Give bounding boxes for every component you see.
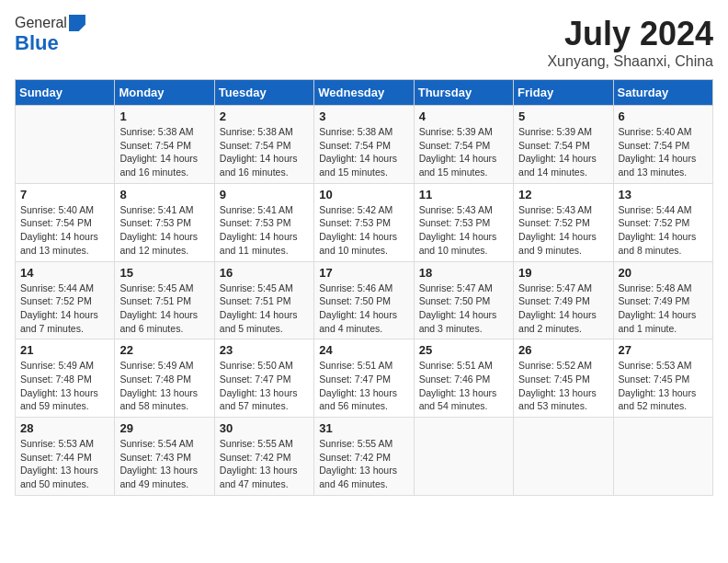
day-info: Sunrise: 5:49 AM Sunset: 7:48 PM Dayligh… (119, 359, 209, 413)
calendar-cell: 21Sunrise: 5:49 AM Sunset: 7:48 PM Dayli… (16, 339, 115, 418)
day-number: 15 (119, 266, 209, 280)
calendar-cell (414, 418, 513, 496)
calendar-cell: 28Sunrise: 5:53 AM Sunset: 7:44 PM Dayli… (16, 418, 115, 496)
calendar-cell: 11Sunrise: 5:43 AM Sunset: 7:53 PM Dayli… (414, 183, 513, 261)
day-number: 2 (220, 109, 309, 123)
day-number: 10 (319, 188, 408, 201)
logo-general-text: General (15, 15, 67, 31)
day-info: Sunrise: 5:47 AM Sunset: 7:49 PM Dayligh… (518, 282, 608, 336)
calendar-cell: 4Sunrise: 5:39 AM Sunset: 7:54 PM Daylig… (414, 106, 513, 184)
day-number: 14 (20, 266, 109, 280)
calendar-cell: 8Sunrise: 5:41 AM Sunset: 7:53 PM Daylig… (115, 183, 214, 261)
day-info: Sunrise: 5:53 AM Sunset: 7:45 PM Dayligh… (619, 359, 708, 413)
calendar-cell: 13Sunrise: 5:44 AM Sunset: 7:52 PM Dayli… (613, 183, 712, 261)
day-number: 26 (518, 343, 608, 357)
day-info: Sunrise: 5:42 AM Sunset: 7:53 PM Dayligh… (319, 203, 408, 258)
header-day-monday: Monday (115, 80, 214, 106)
day-number: 17 (319, 266, 408, 280)
day-info: Sunrise: 5:41 AM Sunset: 7:53 PM Dayligh… (119, 203, 209, 258)
calendar-cell: 29Sunrise: 5:54 AM Sunset: 7:43 PM Dayli… (115, 418, 214, 496)
day-info: Sunrise: 5:43 AM Sunset: 7:52 PM Dayligh… (518, 203, 608, 258)
week-row-1: 7Sunrise: 5:40 AM Sunset: 7:54 PM Daylig… (16, 183, 713, 261)
day-number: 30 (220, 421, 309, 435)
day-number: 27 (619, 343, 708, 357)
day-number: 21 (20, 343, 109, 357)
calendar-cell: 15Sunrise: 5:45 AM Sunset: 7:51 PM Dayli… (115, 261, 214, 339)
day-info: Sunrise: 5:51 AM Sunset: 7:46 PM Dayligh… (419, 359, 508, 413)
day-number: 11 (419, 188, 508, 201)
day-number: 13 (619, 188, 708, 201)
calendar-cell: 6Sunrise: 5:40 AM Sunset: 7:54 PM Daylig… (613, 106, 712, 184)
calendar-table: SundayMondayTuesdayWednesdayThursdayFrid… (15, 79, 713, 496)
calendar-cell: 1Sunrise: 5:38 AM Sunset: 7:54 PM Daylig… (115, 106, 214, 184)
day-number: 1 (119, 109, 209, 123)
day-info: Sunrise: 5:38 AM Sunset: 7:54 PM Dayligh… (119, 125, 209, 179)
header: General Blue July 2024 Xunyang, Shaanxi,… (15, 15, 713, 70)
day-number: 3 (319, 109, 408, 123)
calendar-cell: 19Sunrise: 5:47 AM Sunset: 7:49 PM Dayli… (514, 261, 613, 339)
day-info: Sunrise: 5:40 AM Sunset: 7:54 PM Dayligh… (20, 203, 109, 258)
day-number: 25 (419, 343, 508, 357)
day-info: Sunrise: 5:47 AM Sunset: 7:50 PM Dayligh… (419, 282, 508, 336)
day-info: Sunrise: 5:51 AM Sunset: 7:47 PM Dayligh… (319, 359, 408, 413)
calendar-cell (16, 106, 115, 184)
calendar-cell: 5Sunrise: 5:39 AM Sunset: 7:54 PM Daylig… (514, 106, 613, 184)
day-info: Sunrise: 5:48 AM Sunset: 7:49 PM Dayligh… (619, 282, 708, 336)
day-number: 19 (518, 266, 608, 280)
calendar-cell: 9Sunrise: 5:41 AM Sunset: 7:53 PM Daylig… (214, 183, 313, 261)
calendar-cell: 14Sunrise: 5:44 AM Sunset: 7:52 PM Dayli… (16, 261, 115, 339)
calendar-cell (514, 418, 613, 496)
header-day-wednesday: Wednesday (314, 80, 414, 106)
logo-icon (69, 15, 85, 31)
day-number: 7 (20, 188, 109, 201)
day-number: 23 (220, 343, 309, 357)
calendar-cell: 23Sunrise: 5:50 AM Sunset: 7:47 PM Dayli… (214, 339, 313, 418)
title-area: July 2024 Xunyang, Shaanxi, China (547, 15, 713, 70)
day-info: Sunrise: 5:39 AM Sunset: 7:54 PM Dayligh… (419, 125, 508, 179)
day-info: Sunrise: 5:45 AM Sunset: 7:51 PM Dayligh… (119, 282, 209, 336)
day-number: 4 (419, 109, 508, 123)
day-info: Sunrise: 5:55 AM Sunset: 7:42 PM Dayligh… (319, 437, 408, 491)
calendar-cell: 10Sunrise: 5:42 AM Sunset: 7:53 PM Dayli… (314, 183, 414, 261)
day-info: Sunrise: 5:40 AM Sunset: 7:54 PM Dayligh… (619, 125, 708, 179)
week-row-2: 14Sunrise: 5:44 AM Sunset: 7:52 PM Dayli… (16, 261, 713, 339)
day-number: 29 (119, 421, 209, 435)
day-info: Sunrise: 5:44 AM Sunset: 7:52 PM Dayligh… (619, 203, 708, 258)
logo: General Blue (15, 15, 85, 55)
week-row-4: 28Sunrise: 5:53 AM Sunset: 7:44 PM Dayli… (16, 418, 713, 496)
calendar-body: 1Sunrise: 5:38 AM Sunset: 7:54 PM Daylig… (16, 106, 713, 496)
week-row-3: 21Sunrise: 5:49 AM Sunset: 7:48 PM Dayli… (16, 339, 713, 418)
calendar-cell: 17Sunrise: 5:46 AM Sunset: 7:50 PM Dayli… (314, 261, 414, 339)
day-info: Sunrise: 5:45 AM Sunset: 7:51 PM Dayligh… (220, 282, 309, 336)
day-info: Sunrise: 5:53 AM Sunset: 7:44 PM Dayligh… (20, 437, 109, 491)
day-number: 22 (119, 343, 209, 357)
calendar-cell: 18Sunrise: 5:47 AM Sunset: 7:50 PM Dayli… (414, 261, 513, 339)
day-number: 9 (220, 188, 309, 201)
day-info: Sunrise: 5:44 AM Sunset: 7:52 PM Dayligh… (20, 282, 109, 336)
day-number: 5 (518, 109, 608, 123)
day-number: 16 (220, 266, 309, 280)
day-number: 20 (619, 266, 708, 280)
day-number: 31 (319, 421, 408, 435)
calendar-cell: 22Sunrise: 5:49 AM Sunset: 7:48 PM Dayli… (115, 339, 214, 418)
header-day-saturday: Saturday (613, 80, 712, 106)
header-row: SundayMondayTuesdayWednesdayThursdayFrid… (16, 80, 713, 106)
day-number: 6 (619, 109, 708, 123)
calendar-cell (613, 418, 712, 496)
week-row-0: 1Sunrise: 5:38 AM Sunset: 7:54 PM Daylig… (16, 106, 713, 184)
calendar-cell: 12Sunrise: 5:43 AM Sunset: 7:52 PM Dayli… (514, 183, 613, 261)
calendar-cell: 26Sunrise: 5:52 AM Sunset: 7:45 PM Dayli… (514, 339, 613, 418)
calendar-cell: 3Sunrise: 5:38 AM Sunset: 7:54 PM Daylig… (314, 106, 414, 184)
day-info: Sunrise: 5:43 AM Sunset: 7:53 PM Dayligh… (419, 203, 508, 258)
header-day-tuesday: Tuesday (214, 80, 313, 106)
day-number: 24 (319, 343, 408, 357)
day-info: Sunrise: 5:38 AM Sunset: 7:54 PM Dayligh… (319, 125, 408, 179)
day-info: Sunrise: 5:52 AM Sunset: 7:45 PM Dayligh… (518, 359, 608, 413)
calendar-cell: 7Sunrise: 5:40 AM Sunset: 7:54 PM Daylig… (16, 183, 115, 261)
calendar-cell: 25Sunrise: 5:51 AM Sunset: 7:46 PM Dayli… (414, 339, 513, 418)
sub-title: Xunyang, Shaanxi, China (547, 53, 713, 70)
day-number: 12 (518, 188, 608, 201)
calendar-header: SundayMondayTuesdayWednesdayThursdayFrid… (16, 80, 713, 106)
day-number: 28 (20, 421, 109, 435)
main-title: July 2024 (547, 15, 713, 53)
